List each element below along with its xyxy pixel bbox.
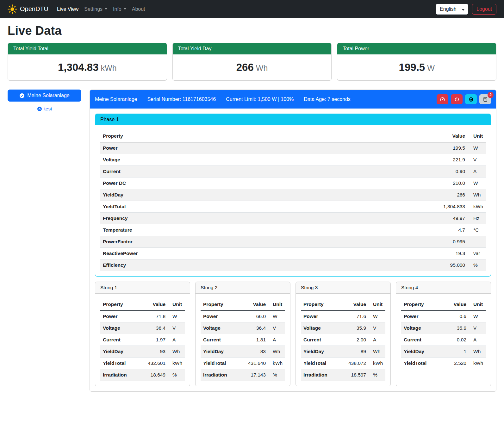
- table-row: YieldTotal438.072kWh: [301, 358, 385, 369]
- property-cell: Power: [100, 310, 138, 322]
- chevron-down-icon: [462, 9, 464, 11]
- property-cell: Power: [201, 310, 239, 322]
- logout-button[interactable]: Logout: [472, 4, 496, 15]
- property-cell: YieldTotal: [100, 358, 138, 369]
- unit-cell: var: [468, 248, 486, 259]
- property-cell: Current: [100, 334, 138, 346]
- value-cell: 35.9: [339, 322, 369, 334]
- phase-card: Phase 1 Property Value Unit Power199.5WV…: [95, 114, 491, 277]
- navbar-right: English Logout: [436, 4, 496, 15]
- card-title: Total Yield Total: [8, 43, 167, 54]
- string-table: Property Value Unit Power0.6WVoltage35.9…: [401, 299, 486, 369]
- header-value: Value: [239, 299, 268, 310]
- check-circle-icon: [19, 93, 25, 98]
- value-cell: 18.597: [339, 369, 369, 381]
- value-cell: 18.649: [138, 369, 168, 381]
- value-cell: 2.00: [339, 334, 369, 346]
- header-value: Value: [443, 299, 469, 310]
- limit-settings-button[interactable]: [437, 94, 448, 104]
- inverter-panel-header: Meine Solaranlage Serial Number: 1161716…: [90, 90, 496, 109]
- value-cell: 17.143: [239, 369, 268, 381]
- x-circle-icon: [37, 106, 42, 111]
- value-cell: 83: [239, 346, 268, 358]
- property-cell: YieldTotal: [401, 358, 443, 369]
- value-cell: 71.8: [138, 310, 168, 322]
- table-row: Current1.97A: [100, 334, 185, 346]
- header-value: Value: [339, 299, 369, 310]
- current-limit: Current Limit: 1,500 W | 100%: [226, 97, 294, 102]
- main-content: Live Data Total Yield Total 1,304.83kWh …: [0, 24, 504, 401]
- navbar: OpenDTU Live View Settings Info About En…: [0, 0, 504, 18]
- property-cell: YieldTotal: [201, 358, 239, 369]
- unit-cell: A: [168, 334, 185, 346]
- table-header-row: Property Value Unit: [401, 299, 486, 310]
- header-property: Property: [401, 299, 443, 310]
- property-cell: Irradiation: [201, 369, 239, 381]
- table-row: Frequency49.97Hz: [100, 213, 486, 224]
- property-cell: YieldDay: [100, 346, 138, 358]
- table-row: YieldDay89Wh: [301, 346, 385, 358]
- value-cell: 431.640: [239, 358, 268, 369]
- table-row: Current0.02A: [401, 334, 486, 346]
- nav-info[interactable]: Info: [110, 4, 129, 15]
- inverter-sidebar: Meine Solaranlage test: [8, 90, 81, 112]
- unit-cell: Wh: [268, 346, 285, 358]
- string-table: Property Value Unit Power66.0WVoltage36.…: [201, 299, 285, 381]
- value-cell: 66.0: [239, 310, 268, 322]
- card-unit: Wh: [256, 64, 268, 72]
- inverter-select-button[interactable]: Meine Solaranlage: [8, 90, 81, 102]
- header-unit: Unit: [268, 299, 285, 310]
- event-log-button[interactable]: 2: [479, 94, 491, 104]
- table-row: Power199.5W: [100, 142, 486, 154]
- table-row: Power DC210.0W: [100, 178, 486, 189]
- value-cell: 1.97: [138, 334, 168, 346]
- inverter-select-test[interactable]: test: [8, 106, 81, 112]
- property-cell: Voltage: [401, 322, 443, 334]
- value-cell: 1: [443, 346, 469, 358]
- unit-cell: W: [168, 310, 185, 322]
- nav-settings[interactable]: Settings: [81, 4, 110, 15]
- unit-cell: %: [369, 369, 385, 381]
- value-cell: 0.995: [320, 236, 468, 248]
- property-cell: Current: [100, 166, 320, 178]
- journal-icon: [483, 97, 488, 102]
- header-unit: Unit: [168, 299, 185, 310]
- card-value: 199.5: [399, 61, 425, 73]
- page-title: Live Data: [8, 24, 496, 38]
- language-select[interactable]: English: [436, 4, 468, 15]
- header-value: Value: [138, 299, 168, 310]
- brand[interactable]: OpenDTU: [8, 4, 48, 14]
- nav-live-view[interactable]: Live View: [54, 4, 81, 15]
- unit-cell: V: [369, 322, 385, 334]
- value-cell: 95.000: [320, 259, 468, 271]
- value-cell: 89: [339, 346, 369, 358]
- device-info-button[interactable]: [465, 94, 477, 104]
- value-cell: 2.520: [443, 358, 469, 369]
- string-card-4: String 4 Property Value Unit: [396, 282, 491, 386]
- table-row: YieldDay93Wh: [100, 346, 185, 358]
- table-header-row: Property Value Unit: [301, 299, 385, 310]
- table-row: Temperature4.7°C: [100, 224, 486, 236]
- value-cell: 0.90: [320, 166, 468, 178]
- property-cell: Voltage: [100, 154, 320, 166]
- nav-about[interactable]: About: [129, 4, 148, 15]
- property-cell: Voltage: [301, 322, 339, 334]
- value-cell: 438.072: [339, 358, 369, 369]
- nav-settings-label: Settings: [84, 6, 103, 12]
- value-cell: 432.601: [138, 358, 168, 369]
- value-cell: 4.7: [320, 224, 468, 236]
- table-row: ReactivePower19.3var: [100, 248, 486, 259]
- unit-cell: kWh: [168, 358, 185, 369]
- power-button[interactable]: [451, 94, 463, 104]
- table-row: Current0.90A: [100, 166, 486, 178]
- summary-cards-row: Total Yield Total 1,304.83kWh Total Yiel…: [8, 43, 496, 81]
- strings-row: String 1 Property Value Unit: [95, 282, 491, 386]
- card-title: Total Yield Day: [173, 43, 332, 54]
- unit-cell: Hz: [468, 213, 486, 224]
- card-value: 1,304.83: [58, 61, 98, 73]
- table-row: Current1.81A: [201, 334, 285, 346]
- inverter-test-label: test: [44, 106, 52, 112]
- table-header-row: Property Value Unit: [201, 299, 285, 310]
- property-cell: YieldDay: [201, 346, 239, 358]
- property-cell: Power DC: [100, 178, 320, 189]
